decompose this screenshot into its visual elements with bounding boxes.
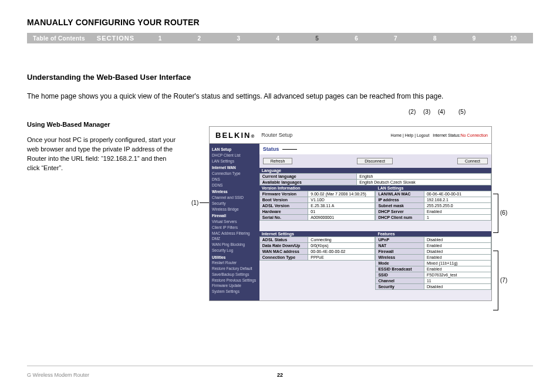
side-item[interactable]: Virtual Servers (212, 219, 257, 225)
callout-2: (2) (409, 109, 416, 115)
footer-rule (27, 366, 533, 366)
table-cell: 192.168.2.1 (424, 197, 491, 203)
callout-4: (4) (438, 109, 445, 115)
side-item[interactable]: LAN Settings (212, 158, 257, 164)
side-item[interactable]: Wireless Bridge (212, 207, 257, 212)
help-link[interactable]: Help (405, 133, 413, 137)
section-link-8[interactable]: 8 (415, 35, 454, 42)
table-cell: 255.255.255.0 (424, 203, 491, 209)
toc-label[interactable]: Table of Contents (27, 35, 91, 42)
table-cell: F5D7632v6_test (424, 272, 491, 278)
section-link-4[interactable]: 4 (258, 35, 298, 42)
side-item[interactable]: System Settings (212, 289, 257, 295)
section-link-6[interactable]: 6 (337, 35, 376, 42)
side-item[interactable]: MAC Address Filtering (212, 231, 257, 236)
version-bar: Version Information (262, 186, 373, 190)
table-cell: Available languages (259, 180, 357, 185)
table-cell: IP address (376, 197, 424, 203)
page-title: MANUALLY CONFIGURING YOUR ROUTER (27, 18, 533, 27)
side-item[interactable]: Security (212, 201, 257, 207)
side-item[interactable]: Restart Router (212, 260, 257, 266)
table-cell: Enabled (424, 243, 491, 249)
section-link-10[interactable]: 10 (494, 35, 533, 42)
side-utilities[interactable]: Utilities (212, 255, 257, 261)
side-item[interactable]: Connection Type (212, 171, 257, 177)
callout-5: (5) (458, 109, 465, 115)
features-table: UPnPDisabled NATEnabled FirewallDisabled… (375, 236, 491, 290)
sidebar: LAN Setup DHCP Client List LAN Settings … (210, 144, 259, 300)
section-link-5[interactable]: 5 (298, 35, 337, 42)
table-cell: Firewall (376, 249, 424, 255)
side-item[interactable]: Restore Factory Default (212, 266, 257, 272)
features-bar: Features (377, 232, 489, 236)
table-cell: UPnP (376, 237, 424, 243)
top-links: Home | Help | Logout Internet Status:No … (390, 133, 491, 137)
table-cell: Disabled (424, 237, 491, 243)
table-cell: V1.10D (308, 197, 375, 203)
table-cell: Connecting (308, 237, 375, 243)
table-cell: Enabled (424, 266, 491, 272)
table-cell: Boot Version (259, 197, 308, 203)
internet-status-value: No Connection (461, 133, 488, 137)
side-wireless[interactable]: Wireless (212, 189, 257, 195)
version-table: Firmware Version9.00.02 (Mar 7 2008 14:3… (259, 191, 376, 221)
section-heading: Understanding the Web-Based User Interfa… (27, 73, 533, 82)
table-cell: Mixed (11b+11g) (424, 261, 491, 266)
table-cell: 0/0(Kbps) (308, 243, 375, 249)
table-cell: Data Rate Down/Up (259, 243, 308, 249)
table-cell: 00-06-4E-00-00-02 (308, 249, 375, 255)
refresh-button[interactable]: Refresh (263, 158, 293, 164)
side-item[interactable]: Restore Previous Settings (212, 278, 257, 283)
side-firewall[interactable]: Firewall (212, 213, 257, 219)
table-cell: 01 (308, 209, 375, 215)
table-cell: Subnet mask (376, 203, 424, 209)
sections-label: SECTIONS (91, 35, 140, 42)
side-item[interactable]: Firmware Update (212, 283, 257, 289)
table-cell: DHCP Server (376, 209, 424, 215)
section-navbar: Table of Contents SECTIONS 1 2 3 4 5 6 7… (27, 33, 533, 43)
callout-6: (6) (500, 209, 507, 216)
side-item[interactable]: DHCP Client List (212, 153, 257, 158)
side-internet-wan[interactable]: Internet WAN (212, 165, 257, 171)
section-link-2[interactable]: 2 (180, 35, 219, 42)
table-cell: Enabled (424, 209, 491, 215)
side-item[interactable]: DDNS (212, 183, 257, 188)
connect-button[interactable]: Connect (457, 158, 488, 164)
table-cell: SSID (376, 272, 424, 278)
table-cell: 9.00.02 (Mar 7 2008 14:38:25) (308, 191, 375, 197)
section-link-9[interactable]: 9 (454, 35, 494, 42)
side-item[interactable]: Channel and SSID (212, 195, 257, 201)
table-cell: Disabled (424, 249, 491, 255)
table-cell: Enabled (424, 255, 491, 261)
router-title: Router Setup (261, 132, 390, 138)
table-cell: Connection Type (259, 255, 308, 261)
disconnect-button[interactable]: Disconnect (357, 158, 393, 164)
callout-1: (1) (191, 200, 198, 206)
section-link-7[interactable]: 7 (376, 35, 415, 42)
side-item[interactable]: Client IP Filters (212, 225, 257, 231)
side-item[interactable]: DNS (212, 177, 257, 183)
home-link[interactable]: Home (390, 133, 402, 137)
language-table: Current languageEnglish Available langua… (259, 173, 491, 185)
table-cell: A009000001 (308, 215, 375, 221)
lan-table: LAN/WLAN MAC00-06-4E-00-00-01 IP address… (375, 191, 491, 221)
section-numbers: 1 2 3 4 5 6 7 8 9 10 (140, 35, 533, 42)
side-item[interactable]: Save/Backup Settings (212, 272, 257, 278)
logout-link[interactable]: Logout (417, 133, 429, 137)
side-item[interactable]: DMZ (212, 236, 257, 242)
footer-model: G Wireless Modem Router (27, 372, 89, 378)
table-cell: Disabled (424, 284, 491, 290)
language-bar: Language (262, 168, 489, 173)
table-cell: Channel (376, 278, 424, 284)
side-item[interactable]: WAN Ping Blocking (212, 242, 257, 248)
table-cell: LAN/WLAN MAC (376, 191, 424, 197)
side-lan-setup[interactable]: LAN Setup (212, 147, 257, 153)
table-cell: PPPoE (308, 255, 375, 261)
table-cell: WAN MAC address (259, 249, 308, 255)
side-item[interactable]: Security Log (212, 248, 257, 254)
section-link-3[interactable]: 3 (219, 35, 258, 42)
section-link-1[interactable]: 1 (140, 35, 180, 42)
router-screenshot: BELKIN® Router Setup Home | Help | Logou… (209, 126, 492, 301)
internet-table: ADSL StatusConnecting Data Rate Down/Up0… (259, 236, 376, 261)
left-body: Once your host PC is properly configured… (27, 136, 180, 173)
